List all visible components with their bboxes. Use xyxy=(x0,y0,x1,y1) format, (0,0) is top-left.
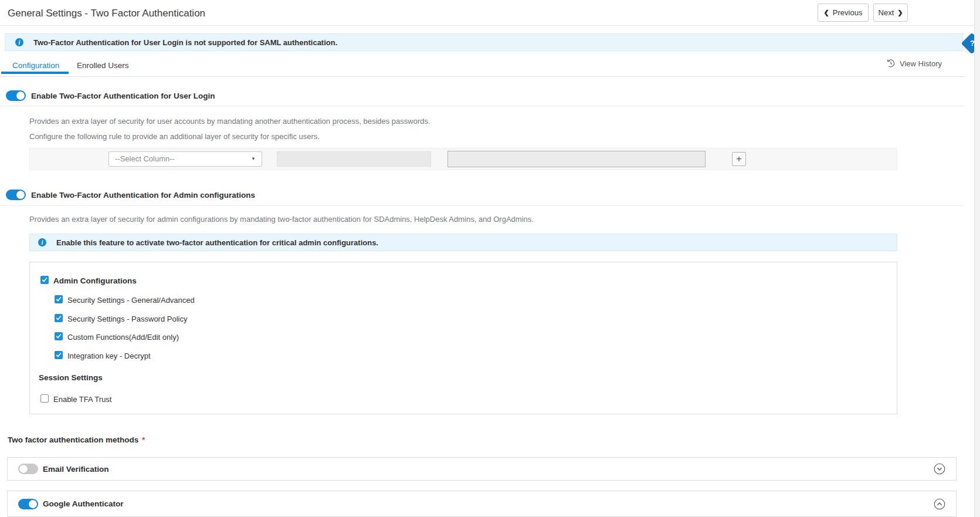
checkmark-icon xyxy=(56,315,62,320)
section-divider xyxy=(0,106,964,106)
checkbox-security-password-policy[interactable] xyxy=(55,314,63,322)
checkbox-custom-functions[interactable] xyxy=(55,332,63,340)
method-email-verification: Email Verification xyxy=(7,457,957,481)
enable-tfa-trust-checkbox[interactable] xyxy=(40,394,49,403)
checkbox-label: Security Settings - General/Advanced xyxy=(67,296,195,305)
two-factor-settings-page: General Settings - Two Factor Authentica… xyxy=(0,0,980,517)
rule-row: --Select Column-- ▼ + xyxy=(29,148,897,170)
checkmark-icon xyxy=(56,352,62,357)
user-login-description: Provides an extra layer of security for … xyxy=(29,117,430,126)
methods-heading: Two factor authentication methods* xyxy=(8,435,145,444)
next-button-label: Next xyxy=(879,8,894,17)
info-icon: i xyxy=(15,38,23,46)
admin-configurations-box: Admin Configurations Security Settings -… xyxy=(29,262,897,414)
history-icon xyxy=(886,59,896,68)
chevron-left-icon: ❮ xyxy=(824,9,829,16)
header-divider xyxy=(0,25,974,26)
google-authenticator-label: Google Authenticator xyxy=(43,499,124,508)
checkbox-integration-key-decrypt[interactable] xyxy=(55,351,63,359)
tab-configuration[interactable]: Configuration xyxy=(12,61,59,70)
checkbox-label: Security Settings - Password Policy xyxy=(67,315,187,323)
user-login-toggle[interactable] xyxy=(6,90,26,101)
required-asterisk: * xyxy=(142,435,145,444)
google-authenticator-toggle[interactable] xyxy=(18,499,38,509)
admin-config-description: Provides an extra layer of security for … xyxy=(29,215,534,224)
checkbox-security-general-advanced[interactable] xyxy=(55,295,63,303)
admin-config-toggle[interactable] xyxy=(6,190,26,200)
page-title: General Settings - Two Factor Authentica… xyxy=(8,8,205,19)
checkbox-label: Integration key - Decrypt xyxy=(67,352,151,360)
right-gutter xyxy=(974,0,980,517)
method-google-authenticator: Google Authenticator xyxy=(7,491,957,517)
checkbox-label: Custom Functions(Add/Edit only) xyxy=(67,333,179,342)
view-history-button[interactable]: View History xyxy=(886,59,942,68)
toggle-knob xyxy=(16,92,25,100)
toggle-knob xyxy=(29,500,37,508)
tab-row-divider xyxy=(0,76,964,77)
enable-tfa-trust-label: Enable TFA Trust xyxy=(53,395,111,404)
next-button[interactable]: Next ❯ xyxy=(873,4,908,22)
user-login-rule-hint: Configure the following rule to provide … xyxy=(29,132,320,141)
section-divider xyxy=(0,205,964,206)
admin-configurations-checkbox[interactable] xyxy=(40,276,49,284)
toggle-knob xyxy=(19,465,28,473)
admin-note-banner: i Enable this feature to activate two-fa… xyxy=(29,234,897,251)
toggle-knob xyxy=(16,191,25,199)
methods-heading-text: Two factor authentication methods xyxy=(8,435,138,444)
rule-criteria-input xyxy=(277,151,431,167)
previous-button[interactable]: ❮ Previous xyxy=(818,4,869,22)
previous-button-label: Previous xyxy=(833,8,863,17)
saml-info-text: Two-Factor Authentication for User Login… xyxy=(33,38,337,47)
admin-note-text: Enable this feature to activate two-fact… xyxy=(56,238,378,247)
collapse-chevron-up-icon[interactable] xyxy=(934,498,945,510)
active-tab-indicator xyxy=(1,72,69,74)
saml-info-banner: i Two-Factor Authentication for User Log… xyxy=(5,33,963,51)
checkmark-icon xyxy=(42,277,48,282)
rule-value-input xyxy=(447,151,706,167)
column-select-value: --Select Column-- xyxy=(115,154,175,163)
select-caret-icon: ▼ xyxy=(251,152,256,166)
email-verification-toggle[interactable] xyxy=(18,464,38,474)
email-verification-label: Email Verification xyxy=(43,465,109,474)
info-icon: i xyxy=(38,238,46,246)
chevron-right-icon: ❯ xyxy=(897,9,903,16)
expand-chevron-down-icon[interactable] xyxy=(934,463,945,475)
column-select[interactable]: --Select Column-- ▼ xyxy=(108,151,262,167)
session-settings-heading: Session Settings xyxy=(39,373,103,382)
admin-config-toggle-label: Enable Two-Factor Authentication for Adm… xyxy=(31,191,255,200)
admin-configurations-label: Admin Configurations xyxy=(53,276,137,285)
add-rule-button[interactable]: + xyxy=(732,152,746,166)
checkmark-icon xyxy=(56,333,62,339)
view-history-label: View History xyxy=(900,59,942,68)
user-login-toggle-label: Enable Two-Factor Authentication for Use… xyxy=(31,92,215,100)
tab-enrolled-users[interactable]: Enrolled Users xyxy=(77,61,129,70)
checkmark-icon xyxy=(56,296,62,302)
